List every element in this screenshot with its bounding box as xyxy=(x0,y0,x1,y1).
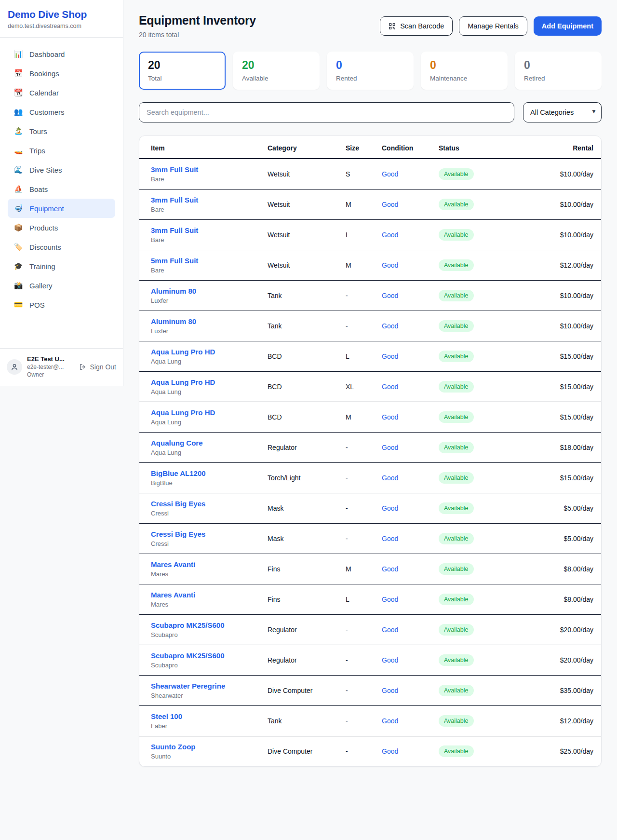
item-name-link[interactable]: Mares Avanti xyxy=(151,591,195,599)
item-condition-link[interactable]: Good xyxy=(382,747,398,755)
scan-barcode-button[interactable]: Scan Barcode xyxy=(380,16,453,36)
sidebar-item-customers[interactable]: 👥 Customers xyxy=(8,102,115,122)
item-brand: Mares xyxy=(151,570,244,578)
item-category: Mask xyxy=(256,524,334,554)
item-name-link[interactable]: Suunto Zoop xyxy=(151,743,195,751)
item-condition-link[interactable]: Good xyxy=(382,656,398,664)
item-name-link[interactable]: 3mm Full Suit xyxy=(151,165,198,174)
item-name-link[interactable]: Aluminum 80 xyxy=(151,317,196,325)
table-row: Mares Avanti Mares Fins M Good Available… xyxy=(139,554,601,584)
item-condition-link[interactable]: Good xyxy=(382,413,398,421)
sidebar-item-tours[interactable]: 🏝️ Tours xyxy=(8,122,115,141)
item-rental: $8.00/day xyxy=(509,554,601,584)
stat-card-total[interactable]: 20 Total xyxy=(139,52,226,90)
wave-icon: 🌊 xyxy=(13,165,23,174)
sidebar-item-discounts[interactable]: 🏷️ Discounts xyxy=(8,237,115,257)
table-row: Aluminum 80 Luxfer Tank - Good Available… xyxy=(139,281,601,311)
sidebar-item-trips[interactable]: 🚤 Trips xyxy=(8,141,115,160)
sidebar-item-pos[interactable]: 💳 POS xyxy=(8,295,115,314)
item-name-link[interactable]: Scubapro MK25/S600 xyxy=(151,621,225,629)
item-condition-link[interactable]: Good xyxy=(382,504,398,512)
item-rental: $20.00/day xyxy=(509,615,601,645)
stat-value: 20 xyxy=(148,59,216,72)
status-badge: Available xyxy=(439,229,474,241)
item-condition-link[interactable]: Good xyxy=(382,474,398,482)
item-category: BCD xyxy=(256,402,334,433)
item-condition-link[interactable]: Good xyxy=(382,292,398,299)
stat-label: Total xyxy=(148,75,216,82)
item-name-link[interactable]: Aqua Lung Pro HD xyxy=(151,378,215,386)
item-name-link[interactable]: 3mm Full Suit xyxy=(151,226,198,234)
item-name-link[interactable]: Cressi Big Eyes xyxy=(151,500,205,508)
item-condition-link[interactable]: Good xyxy=(382,565,398,573)
item-condition-link[interactable]: Good xyxy=(382,717,398,725)
stat-card-rented[interactable]: 0 Rented xyxy=(327,52,414,90)
sign-out-button[interactable]: Sign Out xyxy=(79,363,116,371)
item-category: Fins xyxy=(256,584,334,615)
item-condition-link[interactable]: Good xyxy=(382,322,398,330)
item-brand: Aqua Lung xyxy=(151,388,244,395)
sidebar-item-gallery[interactable]: 📸 Gallery xyxy=(8,276,115,295)
table-row: Scubapro MK25/S600 Scubapro Regulator - … xyxy=(139,615,601,645)
status-badge: Available xyxy=(439,168,474,180)
item-condition-link[interactable]: Good xyxy=(382,231,398,239)
calendar-17-icon: 📅 xyxy=(13,69,23,78)
status-badge: Available xyxy=(439,411,474,423)
avatar xyxy=(7,359,22,375)
item-size: - xyxy=(334,706,370,736)
item-brand: Aqua Lung xyxy=(151,419,244,426)
add-equipment-button[interactable]: Add Equipment xyxy=(534,16,602,36)
sidebar-item-calendar[interactable]: 📆 Calendar xyxy=(8,83,115,102)
item-condition-link[interactable]: Good xyxy=(382,352,398,360)
item-name-link[interactable]: Aqua Lung Pro HD xyxy=(151,408,215,417)
item-condition-link[interactable]: Good xyxy=(382,444,398,451)
bar-chart-icon: 📊 xyxy=(13,50,23,58)
sidebar-item-training[interactable]: 🎓 Training xyxy=(8,257,115,276)
stat-card-maintenance[interactable]: 0 Maintenance xyxy=(421,52,508,90)
camera-icon: 📸 xyxy=(13,281,23,290)
item-name-link[interactable]: Aqualung Core xyxy=(151,439,203,447)
status-badge: Available xyxy=(439,624,474,636)
item-name-link[interactable]: Shearwater Peregrine xyxy=(151,682,225,690)
item-size: - xyxy=(334,281,370,311)
category-filter-select[interactable]: All Categories xyxy=(523,102,602,122)
item-name-link[interactable]: Mares Avanti xyxy=(151,560,195,569)
status-badge: Available xyxy=(439,442,474,453)
item-brand: Bare xyxy=(151,236,244,244)
manage-rentals-button[interactable]: Manage Rentals xyxy=(459,16,527,36)
item-brand: Suunto xyxy=(151,753,244,760)
item-condition-link[interactable]: Good xyxy=(382,535,398,542)
item-condition-link[interactable]: Good xyxy=(382,687,398,694)
item-condition-link[interactable]: Good xyxy=(382,596,398,603)
item-rental: $10.00/day xyxy=(509,220,601,250)
item-name-link[interactable]: BigBlue AL1200 xyxy=(151,469,206,477)
sign-out-label: Sign Out xyxy=(90,363,116,371)
item-condition-link[interactable]: Good xyxy=(382,170,398,178)
sidebar-item-products[interactable]: 📦 Products xyxy=(8,218,115,237)
sidebar-item-boats[interactable]: ⛵ Boats xyxy=(8,179,115,199)
item-rental: $10.00/day xyxy=(509,311,601,341)
item-name-link[interactable]: Steel 100 xyxy=(151,712,182,720)
search-input[interactable] xyxy=(139,102,514,122)
island-icon: 🏝️ xyxy=(13,127,23,135)
stat-card-retired[interactable]: 0 Retired xyxy=(515,52,602,90)
item-name-link[interactable]: 5mm Full Suit xyxy=(151,257,198,265)
sidebar-item-equipment[interactable]: 🤿 Equipment xyxy=(8,199,115,218)
item-condition-link[interactable]: Good xyxy=(382,201,398,208)
item-condition-link[interactable]: Good xyxy=(382,626,398,634)
item-category: Wetsuit xyxy=(256,190,334,220)
item-condition-link[interactable]: Good xyxy=(382,383,398,391)
brand-name[interactable]: Demo Dive Shop xyxy=(8,9,115,20)
item-condition-link[interactable]: Good xyxy=(382,261,398,269)
item-rental: $25.00/day xyxy=(509,736,601,767)
stat-card-available[interactable]: 20 Available xyxy=(233,52,320,90)
sidebar-item-bookings[interactable]: 📅 Bookings xyxy=(8,64,115,83)
sidebar-item-dive-sites[interactable]: 🌊 Dive Sites xyxy=(8,160,115,179)
item-size: - xyxy=(334,736,370,767)
item-name-link[interactable]: Scubapro MK25/S600 xyxy=(151,651,225,660)
item-name-link[interactable]: Aluminum 80 xyxy=(151,287,196,295)
item-name-link[interactable]: Cressi Big Eyes xyxy=(151,530,205,538)
sidebar-item-dashboard[interactable]: 📊 Dashboard xyxy=(8,44,115,64)
item-name-link[interactable]: 3mm Full Suit xyxy=(151,196,198,204)
item-name-link[interactable]: Aqua Lung Pro HD xyxy=(151,348,215,356)
